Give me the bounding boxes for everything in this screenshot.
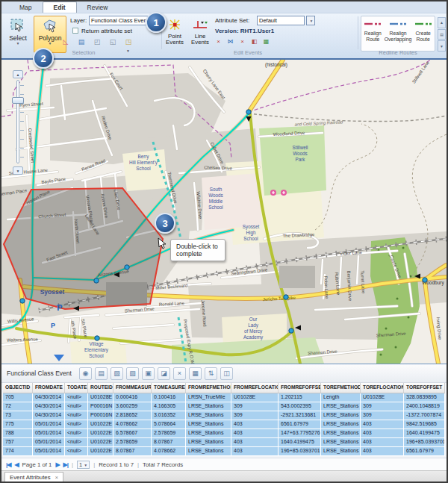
realign-route-button[interactable]: Realign Route — [361, 16, 385, 51]
last-page-button[interactable]: ▶| — [63, 461, 68, 468]
table-cell: LRSE_Stations — [321, 438, 361, 446]
point-events-label: Point Events — [164, 34, 185, 46]
table-row[interactable]: 78805/01/2014<null>U01022E6.5786672.5786… — [3, 429, 445, 438]
column-header[interactable]: OBJECTID — [3, 383, 33, 393]
gallery-scroll-up-icon[interactable]: ▲ — [438, 17, 446, 28]
map-label: Academy — [243, 334, 264, 340]
table-cell: <null> — [65, 411, 88, 420]
tab-edit[interactable]: Edit — [43, 1, 77, 13]
select-tool-button[interactable]: Select ▼ — [4, 16, 32, 53]
column-header[interactable]: ROUTEID — [88, 383, 113, 393]
selection-more-caret-icon[interactable]: ▼ — [126, 49, 130, 52]
callout-3: 3 — [155, 213, 175, 234]
delete-event-icon[interactable]: × — [237, 37, 247, 46]
edit-events-icon-row: ×⋈×◧▦ — [214, 37, 271, 46]
merge-events-icon[interactable]: ⋈ — [225, 37, 235, 46]
polygon-tool-button[interactable]: Polygon ▼ — [34, 16, 66, 53]
table-cell: 2.818652 — [113, 411, 152, 420]
table-cell: 4.166305 — [152, 402, 186, 411]
column-header[interactable]: TOREFMETHOD — [321, 383, 361, 393]
selection-options-icon[interactable]: ◳ — [122, 36, 134, 47]
callout-1-number: 1 — [153, 17, 158, 28]
select-by-attributes-icon[interactable]: ◰ — [91, 36, 103, 47]
event-table-icon[interactable]: ◧ — [249, 37, 259, 46]
table-cell: 757 — [3, 438, 33, 446]
map-label: Park — [296, 157, 306, 162]
table-cell: 309 — [231, 402, 279, 411]
table-row[interactable]: 77405/01/2014<null>U01022E8.078674.07866… — [3, 447, 445, 456]
attribute-table-button[interactable]: ▤ — [95, 367, 108, 380]
realign-overlapping-button[interactable]: Realign Overlapping — [385, 16, 412, 51]
select-features-button[interactable]: ▧ — [111, 367, 123, 380]
close-tab-icon[interactable]: × — [55, 474, 59, 481]
table-cell: U01028E — [88, 393, 113, 402]
map-label: Woods — [208, 193, 223, 198]
table-cell: 147+63.7795276 — [279, 429, 321, 437]
column-header[interactable]: TODATE — [65, 383, 88, 393]
event-attributes-panel: Functional Class Event ◉▤▧▨▣◪×▦⇅◫ OBJECT… — [1, 364, 447, 470]
switch-selection-button[interactable]: ▨ — [126, 367, 139, 380]
split-event-icon[interactable]: × — [214, 37, 223, 46]
table-cell: 4.078662 — [152, 447, 186, 455]
table-cell: 196+85.0393701 — [404, 438, 445, 446]
attributes-grid-icon[interactable]: ▦ — [261, 37, 271, 46]
zoom-handle[interactable] — [12, 97, 24, 104]
gallery-scroll-down-icon[interactable]: ▼ — [438, 40, 446, 52]
map-viewport[interactable]: BerryHill Element'ySchoolSouthWoodsMiddl… — [1, 60, 447, 364]
table-row[interactable]: 75705/01/2014<null>U01022E2.5786598.0786… — [3, 438, 445, 447]
map-label: (historical) — [265, 62, 287, 68]
next-page-button[interactable]: ▶ — [55, 461, 59, 468]
sort-button[interactable]: ⇅ — [205, 367, 217, 380]
attribute-set-combobox[interactable]: Default — [257, 16, 305, 25]
list-icon[interactable]: ▤ — [75, 36, 87, 47]
zoom-in-button[interactable]: ▲ — [13, 70, 23, 78]
table-cell: 196+85.0393701 — [279, 447, 321, 455]
reselect-icon[interactable]: ◱ — [107, 36, 119, 47]
return-attribute-set-checkbox[interactable] — [72, 28, 78, 34]
page-number-combobox[interactable]: 1 ▼ — [77, 461, 90, 469]
gallery-scrollbar[interactable]: ▲ ▤ ▼ — [438, 17, 446, 52]
prev-page-button[interactable]: ◀ — [14, 461, 18, 468]
refresh-button[interactable]: ◉ — [79, 367, 92, 380]
column-header[interactable]: FROMMEASURE — [113, 383, 152, 393]
table-cell: 0.100416 — [152, 393, 186, 402]
zoom-out-button[interactable]: ▼ — [13, 166, 23, 175]
tab-event-attributes[interactable]: Event Attributes × — [4, 472, 63, 482]
create-route-button[interactable]: Create Route — [411, 16, 435, 51]
table-row[interactable]: 7304/30/2014<null>P00016N2.8186523.01635… — [3, 411, 445, 420]
column-header[interactable]: TOMEASURE — [152, 383, 186, 393]
table-cell: LRSE_Stations — [321, 402, 361, 411]
column-header[interactable]: FROMREFMETHOD — [186, 383, 231, 393]
table-row[interactable]: 7204/30/2014<null>P00016N3.6002594.16630… — [3, 402, 445, 411]
column-header[interactable]: FROMDATE — [33, 383, 65, 393]
map-zoom-slider[interactable]: ▲ ▼ — [10, 70, 27, 175]
attribute-set-caret-button[interactable]: ▼ — [306, 16, 315, 25]
tab-review[interactable]: Review — [77, 2, 119, 13]
line-events-label: Line Events — [190, 34, 211, 46]
export-button[interactable]: ◫ — [220, 367, 233, 380]
related-tables-button[interactable]: ▦ — [189, 367, 202, 380]
zoom-track[interactable] — [16, 80, 19, 163]
table-row[interactable]: 77505/01/2014<null>U01022E4.0786625.0786… — [3, 420, 445, 429]
column-header[interactable]: TOREFOFFSET — [404, 383, 445, 393]
column-header[interactable]: FROMREFLOCATION — [231, 383, 279, 393]
table-cell: 8.07867 — [113, 447, 152, 455]
table-cell: 403 — [231, 447, 279, 455]
save-button[interactable]: ▣ — [142, 367, 155, 380]
selection-group-label: Selection — [46, 49, 121, 56]
column-header[interactable]: TOREFLOCATION — [361, 383, 404, 393]
eraser-icon[interactable]: ◺ — [60, 36, 72, 47]
gallery-scroll-box-icon[interactable]: ▤ — [438, 29, 446, 40]
edit-button[interactable]: ◪ — [158, 367, 170, 380]
first-page-button[interactable]: |◀ — [6, 461, 10, 468]
table-cell: 4.078662 — [113, 420, 152, 429]
app-window: Map Edit Review Select ▼ Polygon ▼ Layer… — [0, 0, 448, 483]
delete-button[interactable]: × — [173, 367, 186, 380]
map-canvas[interactable]: BerryHill Element'ySchoolSouthWoodsMiddl… — [1, 60, 447, 364]
table-row[interactable]: 70504/30/2014<null>U01028E0.0004160.1004… — [3, 393, 445, 402]
parking-icon: P — [51, 322, 55, 329]
column-header[interactable]: FROMREFOFFSET — [279, 383, 321, 393]
panel-header: Functional Class Event ◉▤▧▨▣◪×▦⇅◫ — [1, 364, 447, 383]
table-cell: 8.07867 — [152, 438, 186, 446]
tab-map[interactable]: Map — [9, 2, 43, 13]
